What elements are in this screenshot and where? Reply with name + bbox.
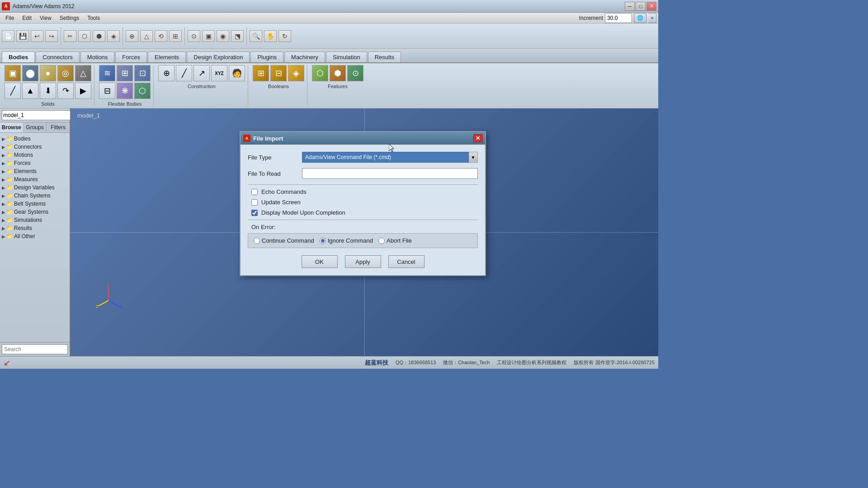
flex6-button[interactable]: ⬡: [134, 83, 151, 99]
continue-command-radio[interactable]: [254, 238, 260, 244]
dialog-titlebar[interactable]: A File Import ✕: [241, 132, 485, 145]
tool12-button[interactable]: ⬔: [231, 30, 244, 42]
tree-item-all-other[interactable]: ▶ 📁 All Other: [0, 232, 70, 240]
feat3-button[interactable]: ⊙: [347, 65, 363, 81]
curve-button[interactable]: ↷: [57, 83, 74, 99]
maximize-button[interactable]: □: [636, 2, 646, 11]
search-input[interactable]: [2, 344, 68, 354]
tree-item-simulations[interactable]: ▶ 📁 Simulations: [0, 216, 70, 224]
tool9-button[interactable]: ⊙: [188, 30, 200, 42]
tool3-button[interactable]: ⬢: [93, 30, 105, 42]
model-dropdown[interactable]: [2, 110, 72, 120]
shape-button[interactable]: ▶: [75, 83, 91, 99]
tree-item-measures[interactable]: ▶ 📁 Measures: [0, 175, 70, 183]
tree-item-elements[interactable]: ▶ 📁 Elements: [0, 167, 70, 175]
file-type-dropdown[interactable]: Adams/View Command File (*.cmd): [302, 152, 469, 163]
bool3-button[interactable]: ◈: [288, 65, 304, 81]
con5-button[interactable]: 🧑: [229, 65, 245, 81]
import-button[interactable]: ⬇: [40, 83, 56, 99]
echo-commands-checkbox[interactable]: [251, 189, 258, 195]
bool1-button[interactable]: ⊞: [253, 65, 269, 81]
browse-tab-groups[interactable]: Groups: [24, 122, 47, 132]
save-button[interactable]: 💾: [16, 30, 29, 42]
menu-tools[interactable]: Tools: [84, 14, 104, 22]
continue-command-option[interactable]: Continue Command: [254, 237, 314, 244]
torus-button[interactable]: ◎: [57, 65, 74, 81]
tool4-button[interactable]: ◈: [107, 30, 120, 42]
ok-button[interactable]: OK: [302, 255, 338, 268]
tree-item-belt-systems[interactable]: ▶ 📁 Belt Systems: [0, 200, 70, 208]
tab-simulation[interactable]: Simulation: [326, 52, 367, 62]
menu-file[interactable]: File: [2, 14, 18, 22]
tool10-button[interactable]: ▣: [202, 30, 215, 42]
flex2-button[interactable]: ⊞: [117, 65, 133, 81]
increment-input[interactable]: [605, 13, 632, 23]
browse-tab-browse[interactable]: Browse: [0, 122, 24, 132]
flex3-button[interactable]: ⊡: [134, 65, 151, 81]
tree-item-results[interactable]: ▶ 📁 Results: [0, 224, 70, 232]
con3-button[interactable]: ↗: [193, 65, 210, 81]
tab-machinery[interactable]: Machinery: [284, 52, 325, 62]
browse-tab-filters[interactable]: Filters: [47, 122, 70, 132]
bool2-button[interactable]: ⊟: [270, 65, 287, 81]
tab-bodies[interactable]: Bodies: [2, 52, 35, 62]
undo-button[interactable]: ↩: [31, 30, 43, 42]
feat2-button[interactable]: ⬢: [330, 65, 346, 81]
cancel-button[interactable]: Cancel: [388, 255, 425, 268]
tree-item-motions[interactable]: ▶ 📁 Motions: [0, 151, 70, 159]
apply-button[interactable]: Apply: [345, 255, 381, 268]
tree-item-design-variables[interactable]: ▶ 📁 Design Variables: [0, 183, 70, 192]
menu-view[interactable]: View: [36, 14, 55, 22]
close-button[interactable]: ✕: [646, 2, 656, 11]
tool7-button[interactable]: ⟲: [155, 30, 167, 42]
expand-icon[interactable]: »: [648, 13, 656, 23]
file-import-dialog[interactable]: A File Import ✕ File Type Adams/View Com…: [240, 131, 486, 276]
con1-button[interactable]: ⊕: [158, 65, 175, 81]
flex1-button[interactable]: ≋: [99, 65, 115, 81]
tree-item-connectors[interactable]: ▶ 📁 Connectors: [0, 143, 70, 151]
tab-forces[interactable]: Forces: [115, 52, 147, 62]
minimize-button[interactable]: ─: [625, 2, 635, 11]
tool6-button[interactable]: △: [140, 30, 153, 42]
line-button[interactable]: ╱: [5, 83, 21, 99]
new-button[interactable]: 📄: [2, 30, 14, 42]
tab-motions[interactable]: Motions: [80, 52, 115, 62]
triangle-button[interactable]: ▲: [22, 83, 38, 99]
ignore-command-radio[interactable]: [320, 238, 326, 244]
flex5-button[interactable]: ❋: [117, 83, 133, 99]
tree-item-bodies[interactable]: ▶ 📁 Bodies: [0, 135, 70, 143]
tab-results[interactable]: Results: [368, 52, 401, 62]
tab-design-exploration[interactable]: Design Exploration: [187, 52, 250, 62]
redo-button[interactable]: ↪: [45, 30, 58, 42]
menu-settings[interactable]: Settings: [56, 14, 83, 22]
zoom-button[interactable]: 🔍: [250, 30, 262, 42]
display-model-checkbox[interactable]: [251, 210, 258, 216]
abort-file-radio[interactable]: [378, 238, 385, 244]
tree-item-forces[interactable]: ▶ 📁 Forces: [0, 159, 70, 167]
tool5-button[interactable]: ⊕: [126, 30, 138, 42]
xyz-button[interactable]: XYZ: [211, 65, 227, 81]
tab-connectors[interactable]: Connectors: [36, 52, 79, 62]
cylinder-button[interactable]: ⬤: [22, 65, 38, 81]
pan-button[interactable]: ✋: [264, 30, 277, 42]
feat1-button[interactable]: ⬡: [312, 65, 328, 81]
rotate-button[interactable]: ↻: [278, 30, 291, 42]
dialog-close-button[interactable]: ✕: [473, 134, 482, 142]
box-button[interactable]: ▣: [5, 65, 21, 81]
tab-plugins[interactable]: Plugins: [250, 52, 283, 62]
tool2-button[interactable]: ⬡: [78, 30, 91, 42]
frustum-button[interactable]: △: [75, 65, 91, 81]
flex4-button[interactable]: ⊟: [99, 83, 115, 99]
sphere-button[interactable]: ●: [40, 65, 56, 81]
tab-elements[interactable]: Elements: [148, 52, 186, 62]
back-icon[interactable]: ↙: [4, 358, 10, 368]
tool1-button[interactable]: ✂: [64, 30, 76, 42]
abort-file-option[interactable]: Abort File: [378, 237, 412, 244]
tree-item-chain-systems[interactable]: ▶ 📁 Chain Systems: [0, 192, 70, 200]
con2-button[interactable]: ╱: [176, 65, 192, 81]
tree-item-gear-systems[interactable]: ▶ 📁 Gear Systems: [0, 208, 70, 216]
update-screen-checkbox[interactable]: [251, 199, 258, 206]
file-type-dropdown-arrow[interactable]: ▼: [469, 152, 478, 163]
ignore-command-option[interactable]: Ignore Command: [320, 237, 373, 244]
menu-edit[interactable]: Edit: [19, 14, 35, 22]
